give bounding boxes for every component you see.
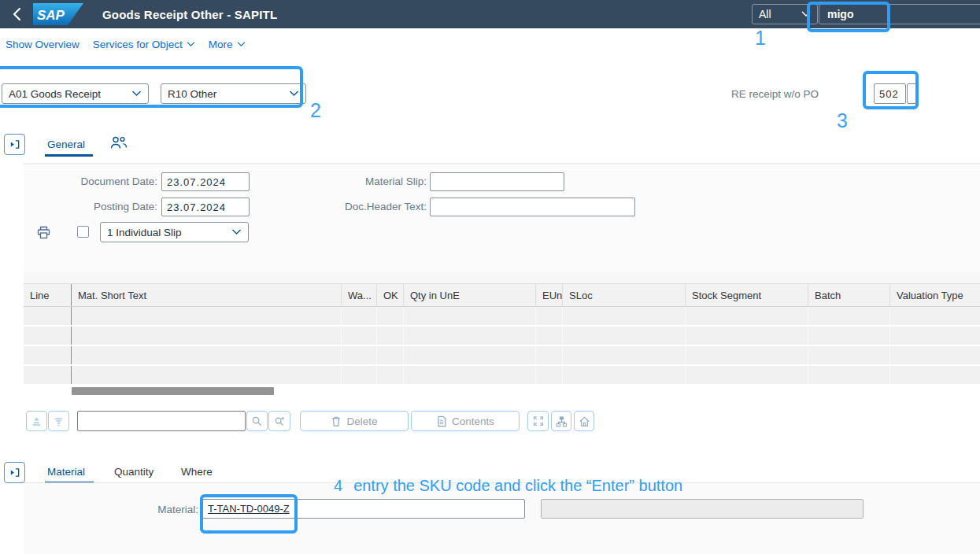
column-header[interactable]: Qty in UnE bbox=[403, 284, 535, 306]
search-icon bbox=[251, 416, 263, 427]
column-header[interactable]: EUn bbox=[535, 284, 562, 306]
back-icon[interactable] bbox=[8, 6, 25, 23]
search-scope-select[interactable]: All bbox=[752, 4, 818, 24]
table-top-spacer bbox=[24, 271, 980, 283]
table-cell bbox=[808, 307, 889, 325]
transaction-reference-select[interactable]: R10 Other bbox=[161, 83, 306, 104]
table-cell bbox=[403, 327, 535, 345]
slip-type-select[interactable]: 1 Individual Slip bbox=[100, 222, 249, 242]
collapse-panel-icon bbox=[9, 138, 20, 150]
table-cell bbox=[341, 307, 376, 325]
column-header[interactable]: Batch bbox=[808, 284, 889, 306]
table-cell bbox=[535, 327, 562, 345]
column-header[interactable]: SLoc bbox=[562, 284, 685, 306]
table-cell bbox=[685, 327, 808, 345]
table-cell bbox=[562, 366, 685, 384]
hierarchy-icon bbox=[556, 416, 568, 427]
table-cell bbox=[685, 307, 808, 325]
table-cell bbox=[808, 346, 889, 364]
transaction-action-select[interactable]: A01 Goods Receipt bbox=[2, 83, 149, 104]
table-cell bbox=[71, 327, 341, 345]
find-button[interactable] bbox=[246, 411, 268, 431]
material-slip-input[interactable] bbox=[430, 172, 564, 191]
column-header[interactable]: Wa... bbox=[341, 284, 376, 306]
items-table: LineMat. Short TextWa...OKQty in UnEEUnS… bbox=[24, 283, 980, 386]
table-cell bbox=[71, 366, 341, 384]
column-header[interactable]: Stock Segment bbox=[685, 284, 808, 306]
sort-ascending-icon bbox=[31, 416, 43, 427]
annotation-number-3: 3 bbox=[837, 109, 848, 132]
chevron-down-icon bbox=[131, 90, 142, 97]
svg-text:SAP: SAP bbox=[37, 8, 65, 23]
table-row[interactable] bbox=[24, 366, 980, 386]
filter-button[interactable] bbox=[48, 411, 69, 431]
table-cell bbox=[403, 307, 535, 325]
sap-migo-screen: SAP Goods Receipt Other - SAPITL All Sho… bbox=[0, 0, 980, 554]
document-date-label: Document Date: bbox=[47, 175, 157, 187]
table-cell bbox=[889, 366, 980, 384]
collapse-panel-icon bbox=[9, 467, 20, 478]
search-scope-value: All bbox=[759, 8, 771, 20]
table-cell bbox=[808, 366, 889, 384]
delete-button[interactable]: Delete bbox=[300, 411, 409, 431]
expand-icon bbox=[533, 416, 544, 427]
table-row[interactable] bbox=[24, 327, 980, 346]
menu-services-for-object[interactable]: Services for Object bbox=[93, 39, 195, 50]
sort-ascending-button[interactable] bbox=[26, 411, 47, 431]
table-cell bbox=[341, 346, 376, 364]
hscrollbar-thumb[interactable] bbox=[72, 387, 274, 395]
menu-show-overview[interactable]: Show Overview bbox=[6, 39, 80, 50]
tab-partners[interactable] bbox=[110, 136, 128, 150]
print-checkbox[interactable] bbox=[77, 226, 89, 238]
tab-material[interactable]: Material bbox=[47, 466, 85, 478]
people-icon bbox=[110, 136, 128, 150]
filter-icon bbox=[53, 416, 65, 427]
table-cell bbox=[889, 327, 980, 345]
table-cell bbox=[889, 346, 980, 364]
table-cell bbox=[535, 366, 562, 384]
table-cell bbox=[376, 366, 403, 384]
table-cell bbox=[376, 327, 403, 345]
movement-type-input[interactable] bbox=[874, 83, 906, 104]
shell-search-input[interactable] bbox=[819, 4, 980, 24]
table-row[interactable] bbox=[24, 307, 980, 327]
hierarchy-button[interactable] bbox=[551, 411, 571, 431]
column-header[interactable]: OK bbox=[376, 284, 403, 306]
menubar: Show Overview Services for Object More bbox=[0, 28, 980, 60]
table-cell bbox=[71, 307, 341, 325]
column-header[interactable]: Line bbox=[24, 284, 71, 306]
movement-type-special-stock-input[interactable] bbox=[907, 83, 919, 104]
table-row[interactable] bbox=[24, 346, 980, 366]
tab-quantity[interactable]: Quantity bbox=[114, 466, 153, 478]
search-plus-icon bbox=[274, 416, 286, 427]
posting-date-input[interactable] bbox=[161, 198, 250, 216]
table-hscrollbar[interactable] bbox=[24, 386, 980, 397]
material-number-input[interactable] bbox=[202, 499, 525, 519]
home-button[interactable] bbox=[574, 411, 594, 431]
table-cell bbox=[341, 366, 376, 384]
expand-button[interactable] bbox=[527, 411, 549, 431]
collapse-header-section-button[interactable] bbox=[4, 134, 25, 155]
find-next-button[interactable] bbox=[268, 411, 290, 431]
chevron-down-icon bbox=[237, 42, 246, 47]
print-icon[interactable] bbox=[37, 226, 50, 239]
document-date-input[interactable] bbox=[161, 172, 250, 191]
column-header[interactable]: Mat. Short Text bbox=[71, 284, 341, 306]
tab-where[interactable]: Where bbox=[181, 466, 213, 478]
table-body bbox=[24, 307, 980, 386]
table-cell bbox=[685, 346, 808, 364]
doc-header-text-input[interactable] bbox=[430, 198, 635, 216]
collapse-detail-section-button[interactable] bbox=[4, 462, 25, 483]
doc-header-text-label: Doc.Header Text: bbox=[315, 201, 427, 212]
table-cell bbox=[562, 307, 685, 325]
table-search-input[interactable] bbox=[77, 411, 246, 431]
document-icon bbox=[436, 416, 447, 427]
contents-button[interactable]: Contents bbox=[411, 411, 520, 431]
material-description-field bbox=[541, 499, 864, 519]
column-header[interactable]: Valuation Type bbox=[889, 284, 980, 306]
tab-general[interactable]: General bbox=[47, 138, 85, 150]
posting-date-label: Posting Date: bbox=[47, 201, 157, 212]
menu-more[interactable]: More bbox=[209, 39, 246, 50]
table-cell bbox=[889, 307, 980, 325]
table-cell bbox=[24, 327, 71, 345]
